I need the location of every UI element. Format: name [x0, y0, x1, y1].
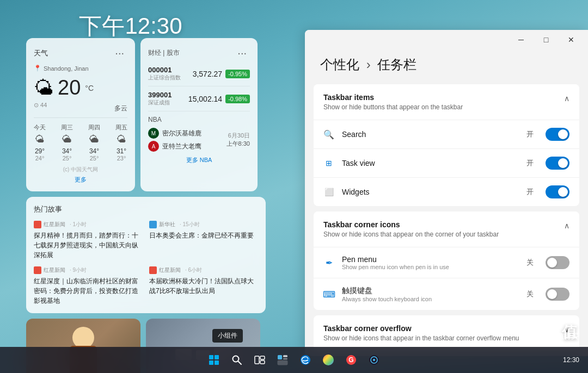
- search-toggle[interactable]: [546, 128, 569, 141]
- touch-keyboard-label-container: 触摸键盘 Always show touch keyboard icon: [342, 286, 519, 302]
- story-item-0[interactable]: 红星新闻 · 1小时 探月精神！揽月而归，踏梦而行：十七载探月梦照进现实，中国航…: [34, 221, 143, 260]
- system-time: 12:30: [563, 356, 579, 364]
- brand-label-area: 什么值得买: [543, 332, 578, 341]
- weather-more-button[interactable]: ···: [112, 46, 127, 60]
- source-time-3: · 6小时: [185, 266, 202, 274]
- section-taskbar-items-header[interactable]: Taskbar items Show or hide buttons that …: [314, 84, 579, 120]
- weather-temp: 20: [58, 76, 81, 100]
- taskbar-widgets-button[interactable]: [272, 349, 293, 371]
- taskbar-icon-6[interactable]: G: [340, 349, 362, 371]
- taskbar-tooltip: 小组件: [212, 329, 243, 343]
- section-corner-overflow: Taskbar corner overflow Show or hide ico…: [314, 315, 579, 351]
- stock-code-1: 399001: [148, 91, 171, 99]
- source-icon-3: [149, 266, 157, 274]
- story-title-3: 本届欧洲杯最大冷门！法国队点球大战7比8不敌瑞士队出局: [149, 276, 258, 296]
- nba-more-link[interactable]: 更多 NBA: [148, 156, 250, 164]
- settings-titlebar: ─ □ ✕: [305, 30, 588, 49]
- source-icon-2: [34, 266, 41, 274]
- taskbar-right: 12:30: [563, 356, 579, 364]
- source-name-0: 红星新闻: [44, 221, 65, 228]
- setting-touch-keyboard: ⌨ 触摸键盘 Always show touch keyboard icon 关: [314, 278, 579, 310]
- taskbar: G 12:30: [0, 347, 588, 373]
- weather-desc: 多云: [114, 104, 127, 113]
- breadcrumb: 个性化 › 任务栏: [320, 56, 573, 73]
- widget-row-top: 天气 ··· 📍 Shandong, Jinan 🌤 20 °C ⊙ 44 多云: [26, 38, 266, 191]
- start-button[interactable]: [203, 349, 225, 371]
- nba-time: 上午8:30: [226, 140, 250, 148]
- section-taskbar-items-chevron: ∧: [564, 94, 569, 103]
- svg-rect-8: [260, 360, 265, 364]
- weather-source: (c) 中国天气网: [34, 166, 127, 173]
- widgets-setting-icon: ⬜: [323, 186, 334, 197]
- settings-content: Taskbar items Show or hide buttons that …: [305, 84, 588, 356]
- weather-unit: °C: [85, 84, 94, 92]
- finance-card: 财经 | 股市 ··· 000001 上证综合指数 3,572.27 -0.95…: [140, 38, 258, 191]
- source-time-0: · 1小时: [70, 221, 87, 228]
- forecast-day-3: 周五 🌤 31° 23°: [115, 123, 127, 161]
- settings-header: 个性化 › 任务栏: [305, 49, 588, 84]
- setting-search: 🔍 Search 开: [314, 120, 579, 148]
- forecast-day-2: 周四 🌥 34° 25°: [88, 123, 100, 161]
- svg-rect-1: [215, 355, 219, 359]
- svg-rect-0: [209, 355, 213, 359]
- taskbar-icon-5[interactable]: [317, 349, 339, 371]
- source-name-1: 新华社: [159, 221, 175, 228]
- taskview-toggle-knob: [558, 158, 568, 168]
- section-corner-overflow-subtitle: Show or hide icons that appear in the ta…: [323, 334, 519, 342]
- svg-text:G: G: [348, 356, 353, 364]
- taskbar-taskview-button[interactable]: [249, 349, 271, 371]
- close-button[interactable]: ✕: [559, 31, 584, 48]
- search-setting-icon: 🔍: [323, 129, 334, 140]
- pen-menu-label: Pen menu: [342, 255, 519, 264]
- taskview-setting-label: Task view: [342, 159, 519, 167]
- taskview-setting-icon: ⊞: [323, 158, 334, 169]
- pen-menu-toggle[interactable]: [546, 256, 569, 269]
- section-corner-overflow-header[interactable]: Taskbar corner overflow Show or hide ico…: [314, 315, 579, 351]
- pen-menu-icon: ✒: [323, 257, 334, 268]
- nba-logo-hawks: A: [148, 141, 159, 152]
- widgets-toggle[interactable]: [546, 185, 569, 198]
- story-title-0: 探月精神！揽月而归，踏梦而行：十七载探月梦照进现实，中国航天向纵深拓展: [34, 231, 143, 260]
- story-item-1[interactable]: 新华社 · 15小时 日本奥委会主席：金牌已经不再重要: [149, 221, 258, 260]
- hot-stories-card: 热门故事 红星新闻 · 1小时 探月精神！揽月而归，踏梦而行：十七载探月梦照进现…: [26, 197, 266, 313]
- weather-icon: 🌤: [34, 77, 53, 100]
- taskbar-center: G: [203, 349, 385, 371]
- section-taskbar-items-title: Taskbar items: [323, 93, 463, 102]
- touch-keyboard-label: 触摸键盘: [342, 286, 519, 296]
- weather-forecast: 今天 🌤 29° 24° 周三 🌥 34° 25° 周四 🌥 34: [34, 117, 127, 161]
- touch-keyboard-toggle[interactable]: [546, 288, 569, 301]
- section-corner-overflow-title: Taskbar corner overflow: [323, 324, 519, 333]
- finance-more-button[interactable]: ···: [234, 46, 250, 60]
- story-item-2[interactable]: 红星新闻 · 9小时 红星深度｜山东临沂南村社区的财富密码：免费分房背后，投资数…: [34, 266, 143, 306]
- weather-title: 天气: [34, 48, 48, 58]
- forecast-icon-3: 🌤: [115, 134, 127, 145]
- stock-price-1: 15,002.14: [188, 95, 222, 103]
- taskview-toggle[interactable]: [546, 157, 569, 170]
- section-corner-icons-chevron: ∧: [564, 221, 569, 230]
- minimize-button[interactable]: ─: [509, 31, 534, 48]
- story-item-3[interactable]: 红星新闻 · 6小时 本届欧洲杯最大冷门！法国队点球大战7比8不敌瑞士队出局: [149, 266, 258, 306]
- section-taskbar-items: Taskbar items Show or hide buttons that …: [314, 84, 579, 206]
- forecast-day-1: 周三 🌥 34° 25°: [61, 123, 73, 161]
- maximize-button[interactable]: □: [534, 31, 559, 48]
- taskbar-icon-7[interactable]: [363, 349, 385, 371]
- section-corner-icons-title: Taskbar corner icons: [323, 220, 499, 229]
- section-corner-icons-subtitle: Show or hide icons that appear on the co…: [323, 231, 499, 238]
- search-setting-label: Search: [342, 130, 519, 139]
- brand-sub: 什么值得买: [543, 332, 578, 341]
- source-name-2: 红星新闻: [44, 266, 65, 274]
- breadcrumb-child: 任务栏: [377, 57, 416, 72]
- breadcrumb-parent[interactable]: 个性化: [320, 57, 359, 72]
- section-corner-icons-header[interactable]: Taskbar corner icons Show or hide icons …: [314, 212, 579, 247]
- taskbar-search-button[interactable]: [226, 349, 248, 371]
- forecast-icon-1: 🌥: [61, 134, 73, 145]
- pen-menu-status: 关: [526, 258, 534, 268]
- svg-rect-7: [260, 356, 265, 359]
- svg-rect-2: [209, 360, 213, 365]
- nba-section: NBA M 密尔沃基雄鹿 A 亚特兰大老鹰: [148, 116, 250, 164]
- weather-more-link[interactable]: 更多: [34, 176, 127, 184]
- taskbar-edge-button[interactable]: [295, 349, 316, 371]
- svg-rect-11: [283, 358, 287, 359]
- finance-title: 财经 | 股市: [148, 48, 180, 58]
- setting-widgets: ⬜ Widgets 开: [314, 177, 579, 206]
